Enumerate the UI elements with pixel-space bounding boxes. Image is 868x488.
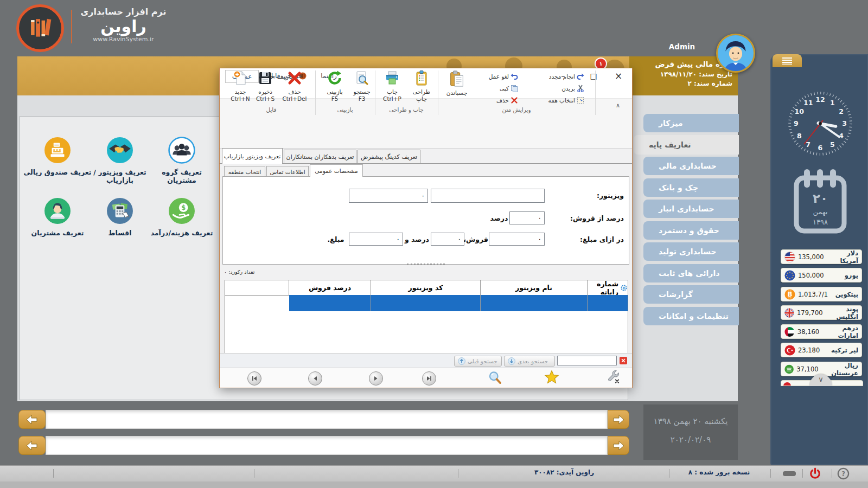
shortcut-visitor[interactable]: تعریف ویزیتور /بازاریاب bbox=[85, 137, 155, 184]
percent2-input[interactable] bbox=[431, 233, 464, 246]
tab-visitor-definition[interactable]: تعریف ویزیتور بازاریاب bbox=[222, 148, 283, 164]
currency-row-btc[interactable]: B 1,013,7/1 بیتکوین bbox=[781, 287, 862, 301]
ticker2-left-button[interactable] bbox=[18, 436, 46, 455]
sale-percent-input[interactable] bbox=[509, 211, 545, 224]
next-record-button[interactable] bbox=[369, 371, 383, 386]
copy-button[interactable]: کپی bbox=[470, 83, 518, 94]
collapse-ribbon-button[interactable]: ∧ bbox=[616, 102, 620, 109]
previous-record-button[interactable] bbox=[308, 371, 322, 386]
currency-row-aed[interactable]: 38,160 درهم امارات bbox=[781, 324, 862, 339]
delete-button[interactable]: حذف Ctrl+Del bbox=[282, 70, 307, 102]
shortcut-installments[interactable]: اقساط bbox=[85, 197, 155, 237]
visitor-name-input[interactable] bbox=[431, 189, 545, 203]
bottom-strip bbox=[0, 481, 868, 488]
table-row-cell[interactable] bbox=[371, 295, 481, 311]
search-previous-button[interactable]: جستجو قبلی bbox=[454, 356, 502, 367]
app-website[interactable]: www.RavinSystem.ir bbox=[76, 36, 171, 43]
tab-default-coding[interactable]: تعریف کدینگ پیشفرض bbox=[358, 150, 420, 164]
visitors-table[interactable]: درصد فروش کد ویزیتور نام ویزیتور شماره ر… bbox=[225, 280, 628, 356]
sidebar-item-financial-accounting[interactable]: حسابداری مالی bbox=[643, 157, 739, 175]
table-header-sale-percent[interactable]: درصد فروش bbox=[289, 280, 371, 295]
refresh-icon bbox=[327, 70, 343, 86]
redo-button[interactable]: انجام مجدد bbox=[521, 71, 584, 82]
tab-debtors-creditors[interactable]: تعریف بدهکاران بستانکاران bbox=[284, 150, 356, 164]
sidebar-item-payroll[interactable]: حقوق و دستمزد bbox=[643, 221, 739, 240]
tools-button[interactable] bbox=[607, 370, 621, 387]
search-button[interactable]: جستجو F3 bbox=[349, 70, 374, 102]
delete-small-button[interactable]: حذف bbox=[470, 95, 518, 106]
new-button[interactable]: جدید Ctrl+N bbox=[228, 70, 253, 102]
table-search-input[interactable] bbox=[557, 356, 617, 365]
search-next-button[interactable]: جستجو بعدی bbox=[504, 356, 555, 367]
amount-input[interactable] bbox=[489, 233, 545, 246]
close-search-button[interactable] bbox=[620, 357, 627, 364]
sidebar-item-reports[interactable]: گزارشات bbox=[643, 285, 739, 304]
print-design-button[interactable]: طراحی چاپ bbox=[409, 70, 434, 102]
sidebar-item-desktop[interactable]: میزکار bbox=[643, 114, 739, 132]
cut-button[interactable]: بریدن bbox=[521, 83, 584, 94]
last-record-button[interactable] bbox=[422, 371, 436, 386]
currency-row-usd[interactable]: 135,000 دلار آمریکا bbox=[781, 249, 862, 264]
avatar[interactable] bbox=[716, 34, 755, 73]
bitcoin-icon: B bbox=[784, 289, 795, 300]
shortcut-cash-register[interactable]: تعریف صندوق ریالی bbox=[22, 137, 93, 176]
table-row-cell[interactable] bbox=[588, 295, 628, 311]
clock-number: 3 bbox=[842, 119, 847, 127]
sidebar-item-base-definitions[interactable]: تعاریف پایه bbox=[634, 135, 739, 155]
table-row-cell[interactable] bbox=[289, 295, 371, 311]
sidebar-item-inventory-accounting[interactable]: حسابداری انبار bbox=[643, 200, 739, 218]
maximize-button[interactable]: □ bbox=[584, 70, 603, 82]
sidebar-item-cheque-bank[interactable]: چک و بانک bbox=[643, 178, 739, 197]
shortcut-customers[interactable]: تعریف مشتریان bbox=[22, 197, 93, 237]
ticker-input-1[interactable] bbox=[46, 410, 609, 429]
shortcut-customer-groups[interactable]: تعریف گروه مشتریان bbox=[146, 137, 217, 184]
undo-button[interactable]: لغو عمل bbox=[470, 71, 518, 82]
subtab-contact-info[interactable]: اطلاعات تماس bbox=[266, 166, 309, 177]
search-records-button[interactable] bbox=[488, 370, 502, 387]
table-header-visitor-code[interactable]: کد ویزیتور bbox=[371, 280, 481, 295]
ticker1-left-button[interactable] bbox=[18, 410, 46, 429]
ticker1-right-button[interactable] bbox=[608, 410, 629, 429]
table-header-computer-number[interactable]: شماره رایانه bbox=[588, 280, 628, 295]
subtab-general-specs[interactable]: مشخصات عمومی bbox=[310, 164, 363, 177]
currency-row-try[interactable]: 23,180 لیر ترکیه bbox=[781, 343, 862, 357]
sidebar-item-settings[interactable]: تنظیمات و امکانات bbox=[643, 307, 739, 325]
edit-buttons-col2: انجام مجدد بریدن انتخاب همه bbox=[521, 71, 584, 107]
print-button[interactable]: چاپ Ctrl+P bbox=[380, 70, 405, 102]
currency-row-gbp[interactable]: 179,700 پوند انگلیس bbox=[781, 305, 862, 320]
amount2-input[interactable] bbox=[349, 233, 403, 246]
help-button[interactable]: ? bbox=[837, 467, 850, 482]
close-button[interactable]: × bbox=[609, 70, 628, 82]
minimize-app-button[interactable] bbox=[783, 471, 796, 476]
arrow-right-icon bbox=[612, 413, 625, 426]
visitor-code-input[interactable] bbox=[349, 189, 428, 203]
splitter-handle[interactable] bbox=[407, 264, 445, 265]
widgets-menu-tab[interactable] bbox=[773, 54, 802, 67]
subtab-region-select[interactable]: انتخاب منطقه bbox=[224, 166, 265, 177]
refresh-button[interactable]: بازبینی F5 bbox=[322, 70, 347, 102]
analog-clock: 12 1 2 3 4 5 6 7 8 9 10 11 bbox=[783, 87, 857, 160]
sidebar-item-production-accounting[interactable]: حسابداری تولید bbox=[643, 242, 739, 261]
sidebar-item-fixed-assets[interactable]: دارائی های ثابت bbox=[643, 264, 739, 282]
scissors-icon bbox=[577, 85, 584, 92]
username-label[interactable]: Admin bbox=[658, 42, 706, 51]
clock-number: 10 bbox=[795, 107, 805, 115]
save-button[interactable]: ذخیره Ctrl+S bbox=[253, 70, 278, 102]
amount-word: مبلغ. bbox=[324, 235, 348, 243]
question-icon: ? bbox=[837, 467, 850, 480]
table-header-visitor-name[interactable]: نام ویزیتور bbox=[481, 280, 588, 295]
shortcut-expense-income[interactable]: $ تعریف هزینه/درآمد bbox=[146, 197, 217, 237]
magnifier-icon bbox=[488, 370, 502, 385]
paste-button[interactable]: چسباندن bbox=[444, 70, 469, 97]
first-record-button[interactable] bbox=[247, 371, 261, 386]
power-button[interactable] bbox=[808, 467, 822, 483]
flag-icon bbox=[783, 382, 791, 386]
table-row-cell[interactable] bbox=[481, 295, 588, 311]
ticker-input-2[interactable] bbox=[46, 436, 609, 455]
currency-row-eur[interactable]: 150,000 یورو bbox=[781, 268, 862, 282]
ticker2-right-button[interactable] bbox=[608, 436, 629, 455]
favorite-button[interactable] bbox=[544, 370, 559, 387]
gear-icon[interactable] bbox=[620, 284, 628, 292]
group-label-file: فایل bbox=[241, 106, 301, 113]
select-all-button[interactable]: انتخاب همه bbox=[521, 95, 584, 106]
